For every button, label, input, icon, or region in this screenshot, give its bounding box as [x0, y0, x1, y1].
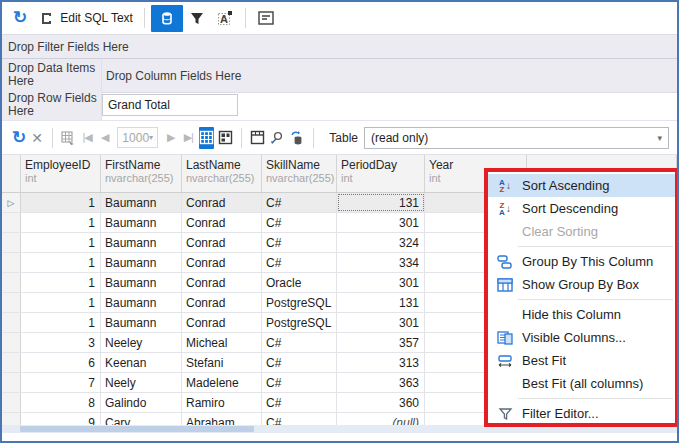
cell-employeeid[interactable]: 3 [21, 333, 101, 352]
previous-page-button[interactable]: ◀ [98, 127, 112, 149]
cell-skillname[interactable]: C# [262, 353, 337, 372]
cell-lastname[interactable]: Conrad [182, 293, 262, 312]
edit-sql-button[interactable]: Edit SQL Text [32, 6, 138, 30]
row-indicator[interactable] [2, 273, 21, 292]
cell-employeeid[interactable]: 7 [21, 373, 101, 392]
menu-item-sort-ascending[interactable]: AZ↓Sort Ascending [488, 174, 675, 197]
page-size-select[interactable]: 1000 ▾ [117, 127, 158, 148]
cell-firstname[interactable]: Neeley [101, 333, 182, 352]
find-button[interactable] [269, 127, 285, 149]
menu-item-show-group-by-box[interactable]: Show Group By Box [488, 273, 675, 296]
cell-firstname[interactable]: Baumann [101, 193, 182, 212]
row-indicator[interactable] [2, 293, 21, 312]
row-indicator[interactable] [2, 353, 21, 372]
cancel-button[interactable]: ✕ [30, 127, 44, 149]
row-indicator[interactable] [2, 313, 21, 332]
cell-employeeid[interactable]: 1 [21, 233, 101, 252]
grid-refresh-button[interactable]: ↻ [12, 127, 26, 149]
fetch-grid-icon[interactable] [60, 127, 76, 149]
row-indicator[interactable] [2, 213, 21, 232]
cell-firstname[interactable]: Galindo [101, 393, 182, 412]
cell-periodday[interactable]: 301 [337, 273, 425, 292]
cell-employeeid[interactable]: 1 [21, 313, 101, 332]
row-indicator[interactable] [2, 393, 21, 412]
cell-lastname[interactable]: Conrad [182, 273, 262, 292]
cell-periodday[interactable]: 324 [337, 233, 425, 252]
cell-lastname[interactable]: Conrad [182, 193, 262, 212]
card-view-button[interactable] [218, 127, 233, 149]
column-header-lastname[interactable]: LastNamenvarchar(255) [182, 155, 262, 192]
cell-employeeid[interactable]: 1 [21, 193, 101, 212]
cell-employeeid[interactable]: 1 [21, 213, 101, 232]
row-indicator[interactable] [2, 233, 21, 252]
cell-lastname[interactable]: Conrad [182, 313, 262, 332]
menu-item-visible-columns[interactable]: Visible Columns... [488, 326, 675, 349]
column-header-firstname[interactable]: FirstNamenvarchar(255) [101, 155, 182, 192]
cell-periodday[interactable]: 301 [337, 313, 425, 332]
cell-firstname[interactable]: Baumann [101, 273, 182, 292]
menu-item-group-by-this-column[interactable]: Group By This Column [488, 250, 675, 273]
cell-employeeid[interactable]: 1 [21, 253, 101, 272]
cell-employeeid[interactable]: 1 [21, 273, 101, 292]
cell-employeeid[interactable]: 8 [21, 393, 101, 412]
cell-firstname[interactable]: Baumann [101, 213, 182, 232]
cell-skillname[interactable]: C# [262, 393, 337, 412]
cell-employeeid[interactable]: 1 [21, 293, 101, 312]
column-header-employeeid[interactable]: EmployeeIDint [21, 155, 101, 192]
drop-data-row-zone[interactable]: Drop Data Items Here Drop Row Fields Her… [2, 59, 102, 120]
drop-column-zone[interactable]: Drop Column Fields Here [102, 59, 677, 93]
cell-firstname[interactable]: Baumann [101, 233, 182, 252]
row-indicator[interactable] [2, 373, 21, 392]
cell-lastname[interactable]: Madelene [182, 373, 262, 392]
cell-skillname[interactable]: C# [262, 193, 337, 212]
menu-item-best-fit-all-columns[interactable]: Best Fit (all columns) [488, 372, 675, 395]
cell-periodday[interactable]: 363 [337, 373, 425, 392]
next-page-button[interactable]: ▶ [164, 127, 178, 149]
menu-item-filter-editor[interactable]: Filter Editor... [488, 402, 675, 425]
grand-total-cell[interactable]: Grand Total [102, 94, 238, 116]
cell-firstname[interactable]: Baumann [101, 253, 182, 272]
column-header-button[interactable] [250, 127, 265, 149]
font-style-button[interactable]: A [211, 6, 239, 30]
cell-firstname[interactable]: Baumann [101, 313, 182, 332]
cell-periodday[interactable]: 131 [337, 293, 425, 312]
menu-item-best-fit[interactable]: Best Fit [488, 349, 675, 372]
table-mode-select[interactable]: (read only) ▾ [364, 127, 669, 149]
row-indicator[interactable] [2, 253, 21, 272]
cell-skillname[interactable]: C# [262, 213, 337, 232]
cell-firstname[interactable]: Baumann [101, 293, 182, 312]
cell-skillname[interactable]: PostgreSQL [262, 313, 337, 332]
first-page-button[interactable]: |◀ [80, 127, 94, 149]
cell-firstname[interactable]: Keenan [101, 353, 182, 372]
database-view-button[interactable] [151, 5, 183, 32]
refresh-button[interactable]: ↻ [8, 7, 32, 29]
menu-item-hide-this-column[interactable]: Hide this Column [488, 303, 675, 326]
grid-view-button[interactable] [199, 127, 214, 149]
cell-periodday[interactable]: 357 [337, 333, 425, 352]
cell-periodday[interactable]: 131 [337, 193, 425, 212]
cell-lastname[interactable]: Ramiro [182, 393, 262, 412]
cell-skillname[interactable]: PostgreSQL [262, 293, 337, 312]
cell-lastname[interactable]: Conrad [182, 253, 262, 272]
query-text-button[interactable] [252, 6, 280, 30]
cell-periodday[interactable]: 360 [337, 393, 425, 412]
cell-periodday[interactable]: 334 [337, 253, 425, 272]
cell-skillname[interactable]: Oracle [262, 273, 337, 292]
drop-filter-zone[interactable]: Drop Filter Fields Here [2, 34, 677, 59]
cell-periodday[interactable]: 301 [337, 213, 425, 232]
scrollbar-thumb[interactable] [20, 426, 254, 432]
column-header-periodday[interactable]: PeriodDayint [337, 155, 425, 192]
cell-firstname[interactable]: Neely [101, 373, 182, 392]
cell-lastname[interactable]: Conrad [182, 213, 262, 232]
column-header-skillname[interactable]: SkillNamenvarchar(255) [262, 155, 337, 192]
cell-lastname[interactable]: Stefani [182, 353, 262, 372]
row-indicator[interactable]: ▷ [2, 193, 21, 212]
export-data-button[interactable] [289, 127, 305, 149]
filter-button[interactable] [183, 6, 211, 30]
row-indicator[interactable] [2, 333, 21, 352]
menu-item-sort-descending[interactable]: ZA↓Sort Descending [488, 197, 675, 220]
cell-skillname[interactable]: C# [262, 333, 337, 352]
cell-skillname[interactable]: C# [262, 253, 337, 272]
last-page-button[interactable]: ▶| [182, 127, 196, 149]
cell-periodday[interactable]: 313 [337, 353, 425, 372]
